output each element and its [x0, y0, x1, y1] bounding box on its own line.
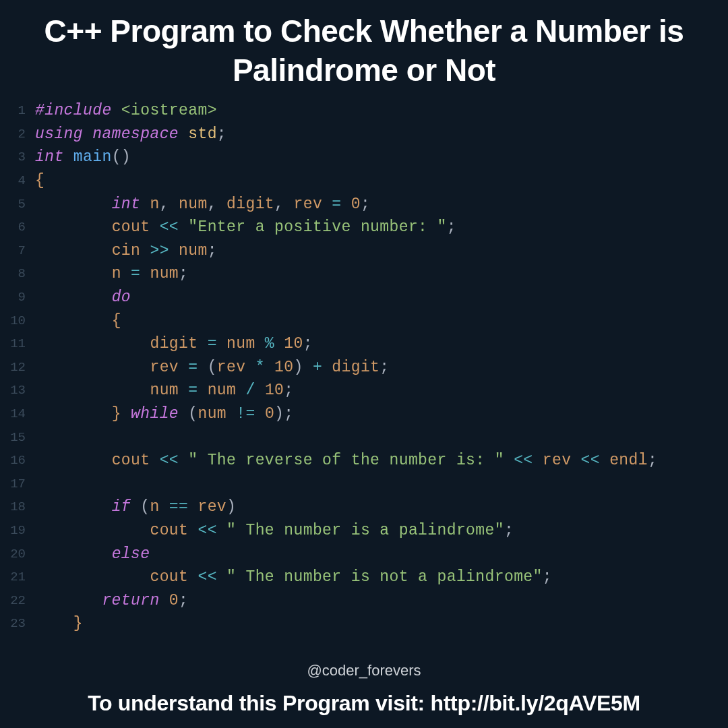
- line-number: 7: [0, 243, 26, 258]
- type: int: [112, 195, 150, 213]
- operator: <<: [188, 522, 226, 539]
- line-number: 6: [0, 220, 26, 235]
- punctuation: ,: [160, 195, 179, 213]
- identifier: digit: [332, 359, 380, 376]
- identifier: num: [226, 335, 255, 353]
- operator: =: [179, 382, 208, 399]
- identifier: rev: [217, 359, 246, 376]
- identifier: cout: [150, 522, 188, 539]
- string-literal: " The number is a palindrome": [226, 522, 504, 539]
- punctuation: ): [226, 498, 236, 516]
- line-number: 9: [0, 290, 26, 305]
- punctuation: ;: [179, 265, 188, 282]
- operator: /: [236, 382, 265, 399]
- code-line: 5 int n, num, digit, rev = 0;: [0, 192, 728, 216]
- number: 10: [265, 382, 284, 399]
- code-line: 2 using namespace std;: [0, 123, 728, 146]
- brace: }: [112, 405, 121, 423]
- identifier: digit: [150, 335, 198, 353]
- punctuation: ;: [284, 405, 293, 423]
- brace: }: [73, 615, 83, 632]
- identifier: digit: [226, 195, 274, 213]
- operator: %: [255, 335, 284, 353]
- operator: <<: [504, 452, 543, 469]
- keyword: using: [35, 125, 92, 143]
- line-number: 11: [0, 336, 26, 351]
- identifier: rev: [543, 452, 572, 469]
- line-number: 19: [0, 523, 26, 538]
- line-number: 22: [0, 593, 26, 608]
- operator: =: [179, 359, 208, 376]
- punctuation: ): [293, 359, 303, 376]
- code-line: 7 cin >> num;: [0, 239, 728, 263]
- brace: {: [112, 312, 121, 330]
- header-name: <iostream>: [121, 102, 217, 119]
- line-number: 1: [0, 103, 26, 118]
- punctuation: ;: [447, 218, 456, 236]
- punctuation: ;: [543, 568, 552, 586]
- line-number: 10: [0, 313, 26, 328]
- identifier: cout: [112, 218, 150, 236]
- operator: +: [303, 359, 332, 376]
- preprocessor: #include: [35, 102, 121, 119]
- punctuation: (: [140, 498, 150, 516]
- punctuation: (: [208, 359, 217, 376]
- punctuation: ,: [274, 195, 293, 213]
- operator: =: [121, 265, 150, 282]
- keyword: return: [102, 592, 169, 609]
- punctuation: ): [274, 405, 284, 423]
- line-number: 17: [0, 477, 26, 491]
- code-line: 16 cout << " The reverse of the number i…: [0, 449, 728, 473]
- string-literal: "Enter a positive number: ": [188, 218, 446, 236]
- watermark: @coder_forevers: [0, 662, 728, 679]
- identifier: num: [179, 195, 208, 213]
- code-block: 1 #include <iostream> 2 using namespace …: [0, 94, 728, 636]
- operator: ==: [160, 498, 198, 516]
- line-number: 12: [0, 360, 26, 375]
- code-line: 12 rev = (rev * 10) + digit;: [0, 356, 728, 380]
- identifier: num: [179, 242, 208, 260]
- line-number: 16: [0, 453, 26, 468]
- line-number: 13: [0, 383, 26, 398]
- number: 10: [274, 359, 293, 376]
- page-title: C++ Program to Check Whether a Number is…: [0, 0, 728, 94]
- line-number: 5: [0, 197, 26, 212]
- keyword: while: [121, 405, 188, 423]
- code-line: 1 #include <iostream>: [0, 99, 728, 123]
- keyword: else: [112, 545, 150, 563]
- keyword: if: [112, 498, 141, 516]
- identifier: n: [150, 498, 159, 516]
- identifier: num: [208, 382, 237, 399]
- code-line: 21 cout << " The number is not a palindr…: [0, 566, 728, 589]
- line-number: 14: [0, 406, 26, 421]
- code-line: 18 if (n == rev): [0, 495, 728, 519]
- punctuation: ;: [217, 125, 226, 143]
- line-number: 3: [0, 150, 26, 164]
- number: 0: [169, 592, 179, 609]
- identifier: rev: [198, 498, 226, 516]
- operator: !=: [226, 405, 265, 423]
- identifier: num: [150, 382, 179, 399]
- punctuation: ;: [361, 195, 370, 213]
- code-line: 3 int main(): [0, 146, 728, 169]
- code-line: 17: [0, 473, 728, 496]
- code-line: 20 else: [0, 542, 728, 566]
- line-number: 2: [0, 127, 26, 142]
- keyword: do: [112, 289, 131, 306]
- punctuation: (: [188, 405, 198, 423]
- code-line: 23 }: [0, 612, 728, 636]
- identifier: cin: [112, 242, 141, 260]
- footer-text: To understand this Program visit: http:/…: [0, 691, 728, 716]
- punctuation: (: [112, 148, 121, 166]
- code-line: 9 do: [0, 286, 728, 309]
- punctuation: ;: [284, 382, 293, 399]
- line-number: 8: [0, 266, 26, 281]
- identifier: endl: [609, 452, 648, 469]
- code-line: 11 digit = num % 10;: [0, 332, 728, 356]
- line-number: 15: [0, 430, 26, 445]
- code-line: 22 return 0;: [0, 588, 728, 612]
- operator: <<: [150, 452, 188, 469]
- punctuation: ,: [208, 195, 226, 213]
- string-literal: " The reverse of the number is: ": [188, 452, 504, 469]
- number: 10: [284, 335, 303, 353]
